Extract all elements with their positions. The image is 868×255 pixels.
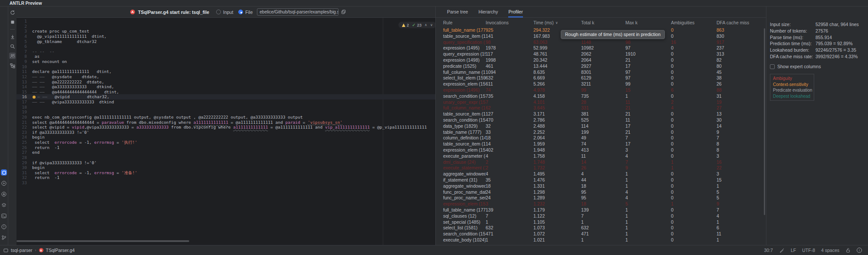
- profiler-row[interactable]: predicate (1525)46113.444292717080: [436, 63, 766, 70]
- next-problem-icon[interactable]: ∨: [430, 23, 433, 27]
- code-line[interactable]: 26 return -1: [16, 145, 435, 150]
- caret-position[interactable]: 30:7: [764, 248, 773, 253]
- profiler-row[interactable]: expression_elem (1590)6115.266321199026: [436, 81, 766, 87]
- code-line[interactable]: 11declare @a1111111111111 dtint,: [16, 69, 435, 74]
- code-line[interactable]: 18: [16, 105, 435, 110]
- code-line[interactable]: 9set nocount on: [16, 59, 435, 64]
- profiler-row[interactable]: func_proc_name_serv...241.28995405: [436, 195, 766, 201]
- search-icon[interactable]: [9, 43, 16, 50]
- git-branch-icon[interactable]: [1, 235, 7, 241]
- terminal-icon[interactable]: [1, 213, 7, 219]
- profiler-row[interactable]: select_list (1581)6321.073632106: [436, 225, 766, 231]
- column-header[interactable]: Time (ms)∨: [533, 20, 581, 25]
- code-editor[interactable]: 123create proc up_com_test4 @p_vipa11111…: [16, 18, 435, 245]
- indent-indicator[interactable]: 4 spaces: [821, 248, 839, 253]
- problems-icon[interactable]: [1, 224, 7, 230]
- encoding-indicator[interactable]: UTF-8: [802, 248, 815, 253]
- profiler-row[interactable]: data_type (1829)322.48811417014: [436, 123, 766, 129]
- warnings-indicator[interactable]: 2: [402, 23, 409, 27]
- code-line[interactable]: 4 @p_vipa1111111111111 dtint,: [16, 34, 435, 39]
- code-line[interactable]: 3create proc up_com_test: [16, 29, 435, 34]
- code-line[interactable]: 1: [16, 19, 435, 24]
- profiler-row[interactable]: execute_statement (1...21.732269122: [436, 165, 766, 171]
- code-line[interactable]: 24begin: [16, 135, 435, 140]
- profiler-row[interactable]: set_special (1485)11.1051101: [436, 219, 766, 225]
- prev-problem-icon[interactable]: ∧: [424, 23, 427, 27]
- letter-a-circle-icon[interactable]: [1, 191, 7, 197]
- column-header[interactable]: Max k: [625, 20, 671, 25]
- input-radio-label[interactable]: Input: [223, 10, 233, 15]
- antlr-preview-tool-icon[interactable]: [1, 169, 7, 176]
- profiler-row[interactable]: dml_clause (24)21.748147116: [436, 159, 766, 166]
- code-line[interactable]: 7-- -- --: [16, 49, 435, 54]
- profiler-row[interactable]: unary_oper_expr (15...74.1012811219: [436, 99, 766, 106]
- code-line[interactable]: 13—— —— @a2222222222 dtdate,: [16, 79, 435, 85]
- code-line[interactable]: 27end: [16, 150, 435, 155]
- stop-icon[interactable]: [9, 19, 16, 25]
- profiler-row[interactable]: expression_elem (15...31.23218519: [436, 201, 766, 207]
- line-ending-indicator[interactable]: LF: [791, 248, 796, 253]
- tab-parse-tree[interactable]: Parse tree: [447, 7, 468, 17]
- profiler-row[interactable]: search_condition (1517)4702.78652511030: [436, 117, 766, 123]
- profiler-row[interactable]: query_specification (1...9863.0631148981…: [436, 40, 766, 46]
- profiler-row[interactable]: func_proc_name_data...241.29895405: [436, 189, 766, 195]
- unlocked-icon[interactable]: [845, 248, 851, 253]
- code-line[interactable]: 12—— —— @sysdate dtdate,: [16, 74, 435, 79]
- profiler-row[interactable]: table_source_item (15...1273.17138121013: [436, 111, 766, 117]
- project-name[interactable]: tsql-parser: [11, 248, 33, 253]
- column-header[interactable]: Invocations: [486, 20, 533, 25]
- code-line[interactable]: 14—— —— @a333333333333 dtkind,: [16, 84, 435, 89]
- profiler-row[interactable]: search_condition (1519)7354.1587351031: [436, 93, 766, 99]
- profiler-row[interactable]: execute_body (1024)11.0211101: [436, 237, 766, 243]
- code-line[interactable]: 19: [16, 109, 435, 115]
- code-line[interactable]: 8 as: [16, 54, 435, 59]
- profiler-row[interactable]: execute_parameter (1...41.75811403: [436, 153, 766, 159]
- profiler-row[interactable]: expression_elem (1589)4021.948413308: [436, 147, 766, 153]
- intention-bulb-icon[interactable]: [33, 96, 36, 99]
- code-line[interactable]: 21select @a4444444444444444 = paravalue …: [16, 120, 435, 125]
- code-line[interactable]: 33: [16, 180, 435, 185]
- copy-path-icon[interactable]: [341, 10, 346, 14]
- column-header[interactable]: Ambiguities: [671, 20, 717, 25]
- profiler-row[interactable]: full_column_name (17...623.64533121427: [436, 105, 766, 111]
- refresh-icon[interactable]: [9, 9, 16, 16]
- code-line[interactable]: 2: [16, 24, 435, 29]
- code-line[interactable]: 28: [16, 155, 435, 160]
- code-line[interactable]: 23if @a333333333333 !='0': [16, 130, 435, 135]
- code-line[interactable]: 25 select errorcode = -1, errormsg = '执行…: [16, 140, 435, 145]
- profiler-row[interactable]: aggregate_windowed...181.33118101: [436, 183, 766, 189]
- code-line[interactable]: 20exec nb_com_getsysconfig @a11111111111…: [16, 115, 435, 120]
- profiler-row[interactable]: full_table_name (1773)1391.179139107: [436, 207, 766, 213]
- code-line[interactable]: 32 return -1: [16, 175, 435, 180]
- code-line[interactable]: 22select @vipid = vipid,@vipa33333333333…: [16, 125, 435, 130]
- code-line[interactable]: 15—— —— @a4444444444444444 dtint,: [16, 89, 435, 95]
- file-path-input[interactable]: ebelice/Github/tsql-parser/examples/big.…: [257, 8, 339, 16]
- code-line[interactable]: 17—— —— @vipa333333333333 dtkind: [16, 99, 435, 105]
- code-line[interactable]: 16— —— @vipid dtchar32,: [16, 94, 435, 99]
- column-header[interactable]: Rule: [443, 20, 486, 25]
- profiler-row[interactable]: expression (1495)197852.99910982970237: [436, 45, 766, 51]
- code-line[interactable]: 31 select errorcode = -1, errormsg = '准备…: [16, 170, 435, 176]
- layers-icon[interactable]: [1, 202, 7, 208]
- code-line[interactable]: 29if @vipa333333333333 !='0': [16, 160, 435, 166]
- notifications-icon[interactable]: !: [857, 248, 862, 253]
- hierarchy-icon[interactable]: [9, 62, 16, 69]
- profiler-row[interactable]: full_column_name (17...10948.63583019704…: [436, 70, 766, 76]
- horizontal-scrollbar[interactable]: [16, 240, 189, 242]
- profiler-row[interactable]: column_definition (1421)182.06449707: [436, 135, 766, 141]
- profiler-row[interactable]: table_source_item (15...141.959741708: [436, 141, 766, 147]
- profiler-row[interactable]: expression (1496)744.9789915688: [436, 87, 766, 93]
- code-line[interactable]: 30begin: [16, 165, 435, 170]
- expert-columns-row[interactable]: Show expert columns: [770, 63, 865, 70]
- profiler-row[interactable]: search_condition (1516)4711.0724711011: [436, 231, 766, 237]
- column-header[interactable]: DFA cache miss: [717, 20, 766, 25]
- input-radio[interactable]: [216, 10, 221, 14]
- vertical-scrollbar[interactable]: [764, 28, 765, 215]
- file-radio[interactable]: [238, 10, 243, 14]
- expert-columns-checkbox[interactable]: [770, 64, 775, 69]
- highlighting-level-icon[interactable]: [779, 248, 785, 253]
- profiler-row[interactable]: aggregate_windowed...41.4954103: [436, 171, 766, 177]
- profiler-people-icon[interactable]: [9, 53, 16, 59]
- tab-profiler[interactable]: Profiler: [508, 7, 523, 17]
- profiler-row[interactable]: query_expression (1527)11748.76120621910…: [436, 51, 766, 57]
